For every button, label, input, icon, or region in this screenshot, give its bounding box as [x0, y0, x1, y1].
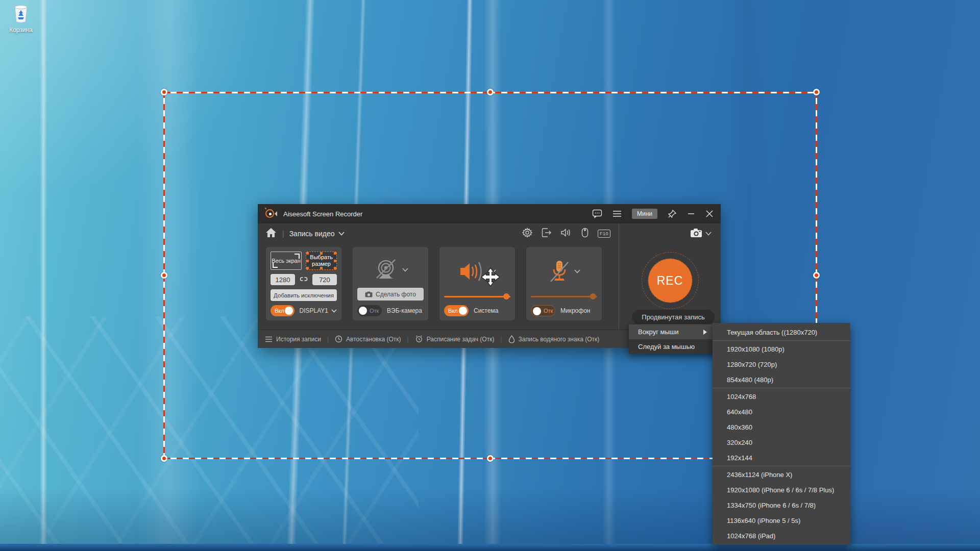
display-toggle[interactable]: Вкл — [271, 305, 295, 316]
submenu-item[interactable]: 1136x640 (iPhone 5 / 5s) — [713, 513, 850, 528]
submenu-item-current-area[interactable]: Текущая область ((1280x720) — [713, 324, 850, 340]
selection-handle-top-left[interactable] — [161, 89, 167, 95]
chevron-down-icon — [490, 269, 496, 273]
water-drop-icon — [508, 335, 515, 343]
panel-microphone: Отк Микрофон — [526, 247, 602, 320]
submenu-item[interactable]: 320x240 — [713, 435, 850, 450]
menu-item-follow-mouse[interactable]: Следуй за мышью — [629, 339, 715, 354]
clock-icon — [335, 335, 342, 343]
submenu-item[interactable]: 1280x720 (720p) — [713, 357, 850, 372]
submenu-item[interactable]: 1024x768 — [713, 389, 850, 404]
full-screen-button[interactable]: Весь экран — [271, 252, 302, 270]
selection-handle-top-right[interactable] — [813, 89, 820, 95]
pin-on-top-icon[interactable] — [668, 209, 677, 218]
rec-button[interactable]: REC — [648, 259, 692, 303]
link-dimensions-icon[interactable] — [300, 275, 308, 284]
watermark-item[interactable]: Запись водяного знака (Отк) — [508, 335, 600, 343]
selection-handle-right-middle[interactable] — [813, 272, 820, 279]
selection-handle-left-middle[interactable] — [161, 272, 167, 279]
photo-camera-icon — [365, 291, 373, 297]
panel-system-sound: Вкл Система — [439, 247, 515, 320]
sound-check-icon[interactable] — [561, 228, 572, 239]
advanced-record-menu: Вокруг мыши Следуй за мышью — [629, 324, 715, 354]
home-icon[interactable] — [266, 228, 276, 239]
webcam-label: ВЭБ-камера — [387, 307, 422, 314]
system-volume-slider[interactable] — [444, 291, 510, 302]
width-input[interactable] — [271, 274, 295, 285]
recycle-bin-label: Корзина — [3, 27, 39, 34]
screenshot-camera-icon[interactable] — [690, 228, 702, 240]
microphone-label: Микрофон — [560, 307, 590, 314]
chevron-down-icon — [574, 269, 580, 273]
take-photo-button[interactable]: Сделать фото — [357, 288, 424, 300]
feedback-icon[interactable] — [592, 209, 602, 218]
submenu-item[interactable]: 980x551 (1080p) — [713, 341, 850, 357]
record-mode-dropdown[interactable]: Запись видео — [289, 230, 345, 238]
custom-size-button[interactable]: Выбрать размер — [306, 252, 337, 270]
selection-handle-top-middle[interactable] — [487, 89, 494, 95]
panel-webcam: Сделать фото Отк ВЭБ-камера — [353, 247, 428, 320]
toolbar: | Запись видео — [258, 223, 619, 244]
task-schedule-item[interactable]: Расписание задач (Отк) — [415, 335, 495, 343]
hotkey-f10-icon[interactable]: F10 — [598, 230, 610, 238]
webcam-toggle[interactable]: Отк — [357, 305, 382, 316]
submenu-item[interactable]: 480x360 — [713, 419, 850, 435]
webcam-source-dropdown[interactable] — [357, 252, 424, 288]
selection-handle-bottom-left[interactable] — [161, 455, 167, 462]
resolution-submenu: Текущая область ((1280x720) 980x551 (1… — [713, 323, 850, 545]
microphone-volume-slider[interactable] — [531, 291, 597, 302]
selection-handle-bottom-middle[interactable] — [487, 455, 494, 462]
chevron-down-icon — [338, 232, 345, 236]
output-folder-icon[interactable] — [542, 228, 552, 239]
speaker-icon — [458, 260, 487, 283]
mouse-settings-icon[interactable] — [581, 228, 589, 240]
app-logo-icon — [265, 208, 277, 220]
window-title: Aiseesoft Screen Recorder — [283, 210, 362, 218]
chevron-down-icon — [402, 268, 408, 272]
advanced-record-button[interactable]: Продвинутая запись — [632, 310, 715, 324]
submenu-item[interactable]: 1334x750 (iPhone 6 / 6s / 7/8) — [713, 497, 850, 513]
microphone-toggle[interactable]: Отк — [531, 305, 555, 316]
submenu-item[interactable]: 854x480 (480p) — [713, 372, 850, 387]
microphone-disabled-icon — [548, 259, 571, 284]
submenu-arrow-icon — [703, 330, 709, 335]
close-button[interactable] — [705, 210, 714, 218]
record-history-item[interactable]: История записи — [265, 336, 321, 343]
alarm-clock-icon — [415, 335, 423, 343]
system-sound-dropdown[interactable] — [444, 252, 510, 291]
mini-mode-button[interactable]: Мини — [632, 209, 657, 219]
webcam-disabled-icon — [373, 258, 399, 282]
main-menu-icon[interactable] — [612, 210, 622, 217]
chevron-down-icon — [331, 309, 337, 313]
height-input[interactable] — [312, 274, 337, 285]
minimize-button[interactable] — [687, 210, 695, 218]
rec-button-rings: REC — [636, 247, 704, 314]
submenu-item[interactable]: 1024x768 (iPad) — [713, 528, 850, 543]
panel-display-area: Весь экран Выбрать размер Доб — [266, 247, 341, 320]
system-sound-toggle[interactable]: Вкл — [444, 305, 469, 316]
submenu-item[interactable]: 980x551 (iPhone 6 / 6s / 7/8 Plus) — [713, 482, 850, 497]
auto-stop-item[interactable]: Автостановка (Отк) — [335, 335, 401, 343]
list-icon — [265, 336, 273, 342]
chevron-down-icon[interactable] — [705, 232, 712, 236]
microphone-dropdown[interactable] — [531, 252, 597, 291]
title-bar[interactable]: Aiseesoft Screen Recorder Мини — [258, 204, 721, 223]
submenu-item[interactable]: 192x144 — [713, 450, 850, 465]
menu-item-around-mouse[interactable]: Вокруг мыши — [629, 324, 715, 339]
recycle-bin-icon — [11, 16, 31, 25]
system-sound-label: Система — [474, 307, 498, 314]
submenu-item[interactable]: 2436x1124 (iPhone X) — [713, 467, 850, 482]
display-source-dropdown[interactable]: DISPLAY1 — [300, 307, 337, 314]
recycle-bin-desktop-icon[interactable]: Корзина — [3, 3, 39, 34]
add-exclusions-button[interactable]: Добавить исключения — [271, 289, 337, 301]
settings-gear-icon[interactable] — [522, 228, 532, 240]
submenu-item[interactable]: 640x480 — [713, 404, 850, 419]
